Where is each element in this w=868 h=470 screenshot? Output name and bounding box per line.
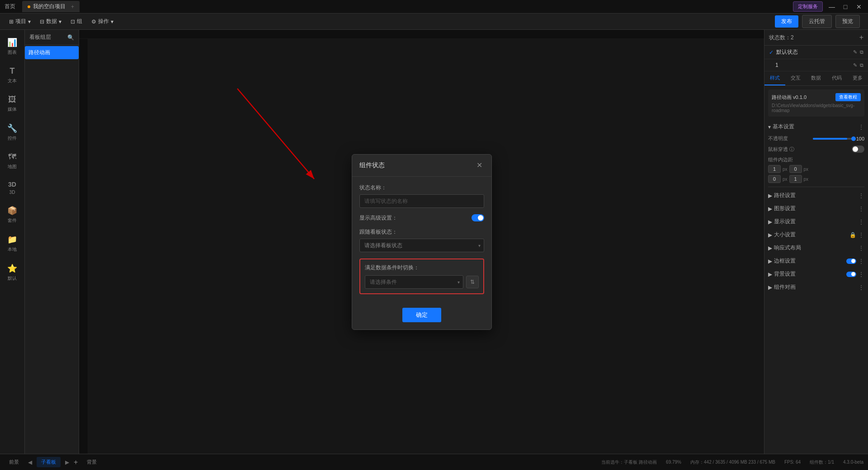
tab-more[interactable]: 更多 — [847, 71, 868, 85]
component-align-menu-icon[interactable]: ⋮ — [858, 284, 864, 291]
menu-project[interactable]: ⊞ 项目 ▾ — [5, 16, 35, 27]
display-settings-header[interactable]: ▶ 显示设置 ⋮ — [768, 215, 864, 228]
border-toggle-thumb — [851, 259, 855, 263]
tab-style[interactable]: 样式 — [764, 71, 785, 85]
display-settings-menu-icon[interactable]: ⋮ — [858, 218, 864, 226]
tab-data[interactable]: 数据 — [806, 71, 827, 85]
responsive-header[interactable]: ▶ 响应式布局 ⋮ — [768, 241, 864, 254]
dialog-footer: 确定 — [352, 308, 491, 329]
follow-board-group: 跟随看板状态： 请选择看板状态 ▾ — [359, 228, 484, 252]
basic-settings-menu-icon[interactable]: ⋮ — [858, 123, 864, 131]
size-settings-menu-icon[interactable]: ⋮ — [858, 231, 864, 239]
sidebar-local[interactable]: 📁 本地 — [2, 230, 22, 257]
padding-left-input[interactable] — [789, 175, 802, 183]
slider-track[interactable] — [813, 138, 854, 140]
tab-interact[interactable]: 交互 — [785, 71, 806, 85]
path-settings-menu-icon[interactable]: ⋮ — [858, 192, 864, 199]
search-icon[interactable]: 🔍 — [67, 34, 74, 41]
component-path: D:\CetusView\addons\widgets\basic_svg-ro… — [772, 103, 861, 113]
padding-top-input[interactable] — [768, 165, 781, 173]
prev-icon[interactable]: ◀ — [28, 459, 32, 465]
tab-dot — [28, 5, 30, 8]
opacity-slider[interactable]: 100 — [813, 136, 864, 141]
state-name-input[interactable] — [359, 194, 484, 208]
state-1-edit-icon[interactable]: ✎ — [853, 62, 857, 68]
condition-select[interactable]: 请选择条件 — [365, 275, 463, 289]
cloud-button[interactable]: 云托管 — [802, 15, 832, 28]
layer-info: 当前选牛：子看板 路径动画 — [601, 459, 657, 465]
bg-menu-icon[interactable]: ⋮ — [858, 271, 864, 278]
title-bar: 首页 我的空白项目 + 定制服务 — □ ✕ — [0, 0, 868, 14]
padding-bottom-group: px — [768, 175, 788, 183]
show-advanced-toggle[interactable] — [472, 214, 484, 221]
mouse-through-row: 鼠标穿透 ⓘ — [768, 144, 864, 155]
next-icon[interactable]: ▶ — [65, 459, 69, 465]
opacity-row: 不透明度 100 — [768, 133, 864, 144]
chevron-right-icon-7: ▶ — [768, 271, 772, 277]
border-settings-header[interactable]: ▶ 边框设置 ⋮ — [768, 254, 864, 268]
confirm-button[interactable]: 确定 — [402, 308, 441, 322]
border-menu-icon[interactable]: ⋮ — [858, 258, 864, 265]
tab-label: 我的空白项目 — [33, 3, 66, 10]
menu-data[interactable]: ⊟ 数据 ▾ — [35, 16, 66, 27]
preview-button[interactable]: 预览 — [835, 15, 860, 28]
divider-1 — [768, 187, 864, 187]
sidebar-kit[interactable]: 📦 套件 — [2, 201, 22, 228]
bottom-tab-foreground[interactable]: 前景 — [5, 457, 24, 467]
sidebar-3d[interactable]: 3D 3D — [2, 176, 22, 199]
follow-board-select[interactable]: 请选择看板状态 — [359, 239, 484, 252]
left-icon-bar: 📊 图表 T 文本 🖼 媒体 🔧 控件 🗺 地图 3D 3D 📦 套件 📁 — [0, 30, 25, 454]
dialog-close-button[interactable]: ✕ — [475, 161, 484, 170]
maximize-button[interactable]: □ — [841, 2, 850, 11]
sidebar-media[interactable]: 🖼 媒体 — [2, 90, 22, 117]
state-copy-icon[interactable]: ⧉ — [860, 49, 863, 55]
bottom-tab-sub[interactable]: 子看板 — [37, 457, 61, 467]
add-tab-button[interactable]: + — [74, 458, 78, 466]
border-toggle[interactable] — [846, 258, 856, 264]
component-name-row: 路径动画 v0.1.0 查看教程 — [772, 93, 861, 101]
sidebar-chart[interactable]: 📊 图表 — [2, 33, 22, 60]
tab-code[interactable]: 代码 — [826, 71, 847, 85]
path-settings-header[interactable]: ▶ 路径设置 ⋮ — [768, 189, 864, 202]
bottom-tab-background[interactable]: 背景 — [82, 457, 101, 467]
lock-icon[interactable]: 🔒 — [849, 232, 856, 238]
layer-item-animation[interactable]: 路径动画 — [25, 46, 79, 59]
padding-right-input[interactable] — [789, 165, 802, 173]
slider-thumb[interactable] — [851, 136, 856, 141]
project-tab[interactable]: 我的空白项目 + — [22, 1, 80, 12]
menu-action[interactable]: ⚙ 操作 ▾ — [87, 16, 118, 27]
shape-settings-menu-icon[interactable]: ⋮ — [858, 205, 864, 212]
window-controls: 定制服务 — □ ✕ — [793, 1, 863, 12]
padding-bottom-input[interactable] — [768, 175, 781, 183]
shape-settings-header[interactable]: ▶ 图形设置 ⋮ — [768, 202, 864, 215]
sidebar-controls[interactable]: 🔧 控件 — [2, 119, 22, 146]
component-align-header[interactable]: ▶ 组件对画 ⋮ — [768, 281, 864, 294]
home-label[interactable]: 首页 — [5, 3, 15, 10]
bg-settings-header[interactable]: ▶ 背景设置 ⋮ — [768, 268, 864, 281]
sidebar-default[interactable]: ⭐ 默认 — [2, 259, 22, 286]
menu-action-icon: ⚙ — [91, 19, 96, 25]
view-tutorial-button[interactable]: 查看教程 — [835, 93, 861, 101]
basic-settings-header[interactable]: ▾ 基本设置 ⋮ — [768, 120, 864, 133]
menu-group[interactable]: ⊡ 组 — [66, 16, 87, 27]
close-button[interactable]: ✕ — [854, 2, 863, 11]
state-1-copy-icon[interactable]: ⧉ — [860, 62, 863, 68]
sidebar-text[interactable]: T 文本 — [2, 62, 22, 89]
mouse-through-toggle[interactable] — [852, 146, 864, 153]
tab-add-icon[interactable]: + — [71, 4, 74, 10]
memory-info: 内存：442 / 3635 / 4096 MB 233 / 675 MB — [690, 459, 775, 465]
dialog-body: 状态名称： 显示高级设置： 跟随看板状态： — [352, 177, 491, 308]
minimize-button[interactable]: — — [827, 2, 836, 11]
state-add-button[interactable]: + — [859, 33, 863, 42]
bg-toggle[interactable] — [846, 272, 856, 277]
map-icon: 🗺 — [8, 152, 16, 162]
main-layout: 📊 图表 T 文本 🖼 媒体 🔧 控件 🗺 地图 3D 3D 📦 套件 📁 — [0, 30, 868, 454]
sidebar-map[interactable]: 🗺 地图 — [2, 148, 22, 174]
publish-button[interactable]: 发布 — [775, 15, 798, 28]
state-edit-icon[interactable]: ✎ — [853, 49, 857, 55]
responsive-menu-icon[interactable]: ⋮ — [858, 244, 864, 252]
custom-service-button[interactable]: 定制服务 — [793, 1, 823, 12]
condition-sort-button[interactable]: ⇅ — [466, 276, 479, 288]
controls-icon: 🔧 — [7, 123, 17, 133]
size-settings-header[interactable]: ▶ 大小设置 🔒 ⋮ — [768, 228, 864, 241]
